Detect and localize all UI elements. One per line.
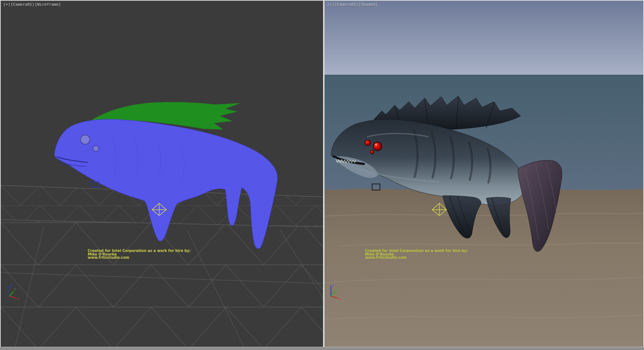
wireframe-scene[interactable]: z x y [1,1,323,347]
axis-z-label: z [332,283,334,287]
sky [325,1,643,76]
copyright-watermark: Created for Intel Corporation as a work … [88,249,191,259]
window-bottom-edge [0,347,644,350]
viewport-camera-menu[interactable]: [Camera01] [11,2,34,7]
fish-eye-main [373,142,382,151]
sand-ground [325,189,643,347]
watermark-line-3: www.fritzstudio.com [365,256,468,259]
viewport-shading-menu[interactable]: [Shaded] [358,2,377,7]
fish-eye-large [80,135,90,144]
axis-y-label: y [336,287,338,291]
fish-eye-glint [375,144,377,146]
viewport-wireframe[interactable]: [+][Camera01][Wireframe] [1,1,323,347]
horizon-line [325,75,643,76]
axis-x-label: x [17,297,19,301]
fish-eye-third [370,150,374,154]
viewport-camera-menu[interactable]: [Camera01] [335,2,358,7]
axis-x-label: x [339,297,341,301]
shaded-scene[interactable]: z x y [325,1,643,347]
axis-z-label: z [10,283,12,287]
fish-eye-second [365,140,371,146]
watermark-line-3: www.fritzstudio.com [88,256,191,259]
copyright-watermark: Created for Intel Corporation as a work … [365,249,468,259]
fish-eye-small [93,146,99,151]
viewport-shaded[interactable]: [+][Camera01][Shaded] [325,1,643,347]
axis-y-label: y [14,287,16,291]
viewport-menu-right: [+][Camera01][Shaded] [327,2,378,7]
viewport-shading-menu[interactable]: [Wireframe] [35,2,61,7]
viewport-pos-menu[interactable]: [+] [3,2,10,7]
viewport-menu-left: [+][Camera01][Wireframe] [3,2,61,7]
viewport-pos-menu[interactable]: [+] [327,2,334,7]
